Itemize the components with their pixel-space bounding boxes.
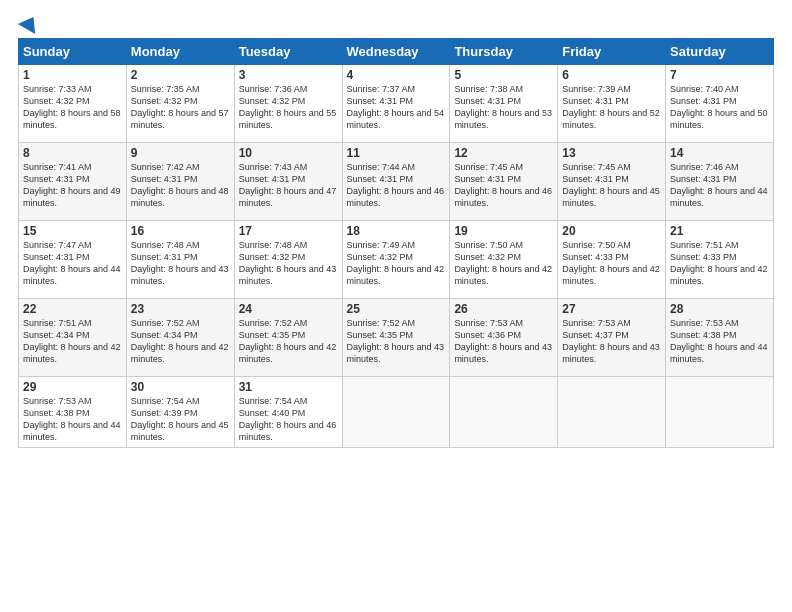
sunset-label: Sunset: 4:31 PM [670,174,737,184]
calendar-day-cell [342,377,450,448]
daylight-label: Daylight: 8 hours and 47 minutes. [239,186,337,208]
sunrise-label: Sunrise: 7:54 AM [239,396,308,406]
sunrise-label: Sunrise: 7:48 AM [131,240,200,250]
day-info: Sunrise: 7:53 AM Sunset: 4:36 PM Dayligh… [454,317,553,366]
day-number: 25 [347,302,446,316]
day-info: Sunrise: 7:45 AM Sunset: 4:31 PM Dayligh… [562,161,661,210]
day-info: Sunrise: 7:52 AM Sunset: 4:35 PM Dayligh… [239,317,338,366]
calendar-day-cell [558,377,666,448]
sunset-label: Sunset: 4:31 PM [562,174,629,184]
sunrise-label: Sunrise: 7:53 AM [23,396,92,406]
daylight-label: Daylight: 8 hours and 55 minutes. [239,108,337,130]
sunset-label: Sunset: 4:32 PM [131,96,198,106]
day-info: Sunrise: 7:53 AM Sunset: 4:37 PM Dayligh… [562,317,661,366]
day-info: Sunrise: 7:37 AM Sunset: 4:31 PM Dayligh… [347,83,446,132]
calendar-day-cell: 19 Sunrise: 7:50 AM Sunset: 4:32 PM Dayl… [450,221,558,299]
daylight-label: Daylight: 8 hours and 42 minutes. [131,342,229,364]
calendar-day-cell: 14 Sunrise: 7:46 AM Sunset: 4:31 PM Dayl… [666,143,774,221]
day-info: Sunrise: 7:43 AM Sunset: 4:31 PM Dayligh… [239,161,338,210]
sunrise-label: Sunrise: 7:37 AM [347,84,416,94]
calendar-day-cell: 30 Sunrise: 7:54 AM Sunset: 4:39 PM Dayl… [126,377,234,448]
sunset-label: Sunset: 4:31 PM [131,252,198,262]
day-info: Sunrise: 7:35 AM Sunset: 4:32 PM Dayligh… [131,83,230,132]
calendar-day-cell: 28 Sunrise: 7:53 AM Sunset: 4:38 PM Dayl… [666,299,774,377]
daylight-label: Daylight: 8 hours and 44 minutes. [23,420,121,442]
day-info: Sunrise: 7:46 AM Sunset: 4:31 PM Dayligh… [670,161,769,210]
calendar-header-row: SundayMondayTuesdayWednesdayThursdayFrid… [19,39,774,65]
day-number: 24 [239,302,338,316]
sunrise-label: Sunrise: 7:48 AM [239,240,308,250]
daylight-label: Daylight: 8 hours and 46 minutes. [454,186,552,208]
day-number: 16 [131,224,230,238]
daylight-label: Daylight: 8 hours and 45 minutes. [562,186,660,208]
sunrise-label: Sunrise: 7:53 AM [454,318,523,328]
day-number: 22 [23,302,122,316]
calendar-week-row: 8 Sunrise: 7:41 AM Sunset: 4:31 PM Dayli… [19,143,774,221]
day-number: 31 [239,380,338,394]
day-info: Sunrise: 7:54 AM Sunset: 4:40 PM Dayligh… [239,395,338,444]
day-info: Sunrise: 7:42 AM Sunset: 4:31 PM Dayligh… [131,161,230,210]
calendar-week-row: 1 Sunrise: 7:33 AM Sunset: 4:32 PM Dayli… [19,65,774,143]
daylight-label: Daylight: 8 hours and 52 minutes. [562,108,660,130]
sunrise-label: Sunrise: 7:47 AM [23,240,92,250]
sunset-label: Sunset: 4:35 PM [239,330,306,340]
sunrise-label: Sunrise: 7:40 AM [670,84,739,94]
day-number: 9 [131,146,230,160]
daylight-label: Daylight: 8 hours and 42 minutes. [670,264,768,286]
day-info: Sunrise: 7:38 AM Sunset: 4:31 PM Dayligh… [454,83,553,132]
day-info: Sunrise: 7:48 AM Sunset: 4:32 PM Dayligh… [239,239,338,288]
calendar-day-cell: 7 Sunrise: 7:40 AM Sunset: 4:31 PM Dayli… [666,65,774,143]
sunset-label: Sunset: 4:33 PM [670,252,737,262]
sunrise-label: Sunrise: 7:45 AM [454,162,523,172]
calendar-day-cell: 1 Sunrise: 7:33 AM Sunset: 4:32 PM Dayli… [19,65,127,143]
day-number: 30 [131,380,230,394]
weekday-header: Tuesday [234,39,342,65]
calendar-day-cell [450,377,558,448]
sunrise-label: Sunrise: 7:53 AM [670,318,739,328]
daylight-label: Daylight: 8 hours and 46 minutes. [239,420,337,442]
logo [18,16,40,30]
sunset-label: Sunset: 4:32 PM [23,96,90,106]
day-info: Sunrise: 7:48 AM Sunset: 4:31 PM Dayligh… [131,239,230,288]
calendar-day-cell: 26 Sunrise: 7:53 AM Sunset: 4:36 PM Dayl… [450,299,558,377]
calendar-day-cell: 3 Sunrise: 7:36 AM Sunset: 4:32 PM Dayli… [234,65,342,143]
daylight-label: Daylight: 8 hours and 44 minutes. [670,342,768,364]
sunrise-label: Sunrise: 7:44 AM [347,162,416,172]
logo-triangle-icon [18,12,42,34]
weekday-header: Saturday [666,39,774,65]
sunrise-label: Sunrise: 7:43 AM [239,162,308,172]
calendar-day-cell: 9 Sunrise: 7:42 AM Sunset: 4:31 PM Dayli… [126,143,234,221]
weekday-header: Thursday [450,39,558,65]
sunrise-label: Sunrise: 7:52 AM [131,318,200,328]
calendar-day-cell: 16 Sunrise: 7:48 AM Sunset: 4:31 PM Dayl… [126,221,234,299]
sunrise-label: Sunrise: 7:50 AM [454,240,523,250]
sunset-label: Sunset: 4:31 PM [347,174,414,184]
day-info: Sunrise: 7:45 AM Sunset: 4:31 PM Dayligh… [454,161,553,210]
sunset-label: Sunset: 4:31 PM [562,96,629,106]
sunset-label: Sunset: 4:36 PM [454,330,521,340]
daylight-label: Daylight: 8 hours and 53 minutes. [454,108,552,130]
day-info: Sunrise: 7:49 AM Sunset: 4:32 PM Dayligh… [347,239,446,288]
day-number: 20 [562,224,661,238]
daylight-label: Daylight: 8 hours and 46 minutes. [347,186,445,208]
sunrise-label: Sunrise: 7:50 AM [562,240,631,250]
day-number: 23 [131,302,230,316]
day-number: 2 [131,68,230,82]
daylight-label: Daylight: 8 hours and 45 minutes. [131,420,229,442]
calendar-day-cell: 23 Sunrise: 7:52 AM Sunset: 4:34 PM Dayl… [126,299,234,377]
sunrise-label: Sunrise: 7:46 AM [670,162,739,172]
sunrise-label: Sunrise: 7:53 AM [562,318,631,328]
day-number: 6 [562,68,661,82]
sunset-label: Sunset: 4:32 PM [239,96,306,106]
weekday-header: Friday [558,39,666,65]
daylight-label: Daylight: 8 hours and 44 minutes. [670,186,768,208]
day-number: 21 [670,224,769,238]
weekday-header: Monday [126,39,234,65]
sunset-label: Sunset: 4:31 PM [454,96,521,106]
day-number: 12 [454,146,553,160]
header [18,16,774,30]
daylight-label: Daylight: 8 hours and 42 minutes. [239,342,337,364]
daylight-label: Daylight: 8 hours and 44 minutes. [23,264,121,286]
day-info: Sunrise: 7:39 AM Sunset: 4:31 PM Dayligh… [562,83,661,132]
sunset-label: Sunset: 4:37 PM [562,330,629,340]
